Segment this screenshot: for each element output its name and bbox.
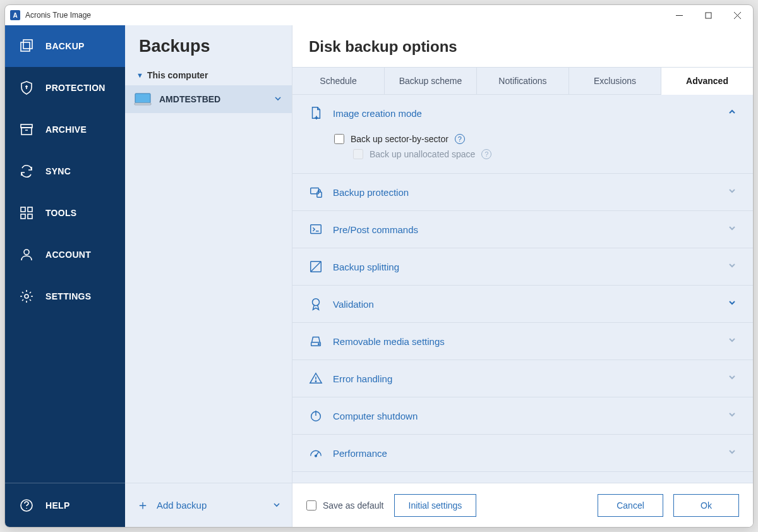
section-image-creation-mode: Image creation mode Back up sector-by-se… <box>292 95 753 174</box>
section-header-computer-shutdown[interactable]: Computer shutdown <box>292 397 753 434</box>
svg-point-27 <box>315 381 316 382</box>
section-header-removable-media[interactable]: Removable media settings <box>292 323 753 360</box>
section-label: Validation <box>333 299 374 310</box>
svg-rect-4 <box>21 42 30 51</box>
tab-schedule[interactable]: Schedule <box>292 68 385 94</box>
sidebar-item-sync[interactable]: SYNC <box>5 150 125 192</box>
svg-rect-11 <box>21 214 25 219</box>
sidebar-item-settings[interactable]: SETTINGS <box>5 275 125 317</box>
checkbox-input <box>353 149 363 159</box>
svg-rect-9 <box>21 207 25 212</box>
main-panel: Disk backup options Schedule Backup sche… <box>292 25 753 527</box>
power-icon <box>309 409 323 423</box>
tab-backup-scheme[interactable]: Backup scheme <box>385 68 477 94</box>
settings-icon <box>19 289 34 304</box>
section-removable-media-settings: Removable media settings <box>292 323 753 360</box>
help-icon[interactable]: ? <box>455 134 465 144</box>
section-label: Backup splitting <box>333 262 399 272</box>
window-minimize-button[interactable] <box>665 6 694 25</box>
sidebar-item-backup[interactable]: BACKUP <box>5 25 125 67</box>
window-maximize-button[interactable] <box>694 6 723 25</box>
add-backup-button[interactable]: ＋ Add backup <box>125 483 292 527</box>
sync-icon <box>19 164 34 179</box>
svg-rect-17 <box>135 103 151 105</box>
checkbox-label: Back up unallocated space <box>370 149 475 159</box>
backup-icon <box>19 39 34 54</box>
sidebar-item-label: ACCOUNT <box>45 250 91 260</box>
collapse-arrow-icon: ▼ <box>136 71 143 79</box>
chevron-down-icon[interactable] <box>273 500 280 511</box>
drive-icon <box>309 334 323 348</box>
window-close-button[interactable] <box>723 6 752 25</box>
section-backup-protection: Backup protection <box>292 174 753 211</box>
checkbox-input[interactable] <box>306 500 316 511</box>
checkbox-sector-by-sector[interactable]: Back up sector-by-sector ? <box>334 131 737 147</box>
chevron-up-icon <box>728 107 737 119</box>
sidebar-item-archive[interactable]: ARCHIVE <box>5 109 125 150</box>
page-title: Disk backup options <box>292 25 753 67</box>
svg-rect-19 <box>317 192 322 197</box>
svg-rect-12 <box>28 214 32 219</box>
section-label: Error handling <box>333 373 392 384</box>
options-tabs: Schedule Backup scheme Notifications Exc… <box>292 67 753 95</box>
computer-icon <box>134 93 152 106</box>
chevron-down-icon <box>728 373 737 384</box>
app-icon: A <box>10 10 20 20</box>
backup-item[interactable]: AMDTESTBED <box>125 85 292 113</box>
sidebar-item-label: PROTECTION <box>45 83 105 93</box>
svg-rect-1 <box>706 13 711 18</box>
terminal-icon <box>309 222 323 236</box>
section-computer-shutdown: Computer shutdown <box>292 397 753 435</box>
sidebar-item-label: BACKUP <box>45 41 85 51</box>
chevron-down-icon[interactable] <box>274 94 282 104</box>
archive-icon <box>19 122 34 137</box>
ok-button[interactable]: Ok <box>673 494 739 517</box>
section-header-performance[interactable]: Performance <box>292 435 753 471</box>
sidebar-item-help[interactable]: HELP <box>5 483 125 527</box>
section-label: Backup protection <box>333 187 409 198</box>
section-header-image-creation-mode[interactable]: Image creation mode <box>292 95 753 131</box>
tab-exclusions[interactable]: Exclusions <box>569 68 661 94</box>
section-validation: Validation <box>292 286 753 323</box>
chevron-down-icon <box>728 336 737 347</box>
initial-settings-button[interactable]: Initial settings <box>394 494 477 517</box>
section-header-backup-splitting[interactable]: Backup splitting <box>292 248 753 285</box>
svg-rect-7 <box>21 128 32 135</box>
section-header-pre-post-commands[interactable]: Pre/Post commands <box>292 211 753 248</box>
svg-point-23 <box>313 299 320 306</box>
backup-list-panel: Backups ▼ This computer AMDTESTBED ＋ Add… <box>125 25 292 527</box>
sidebar-item-protection[interactable]: PROTECTION <box>5 67 125 109</box>
app-title: Acronis True Image <box>25 11 91 20</box>
sidebar-item-account[interactable]: ACCOUNT <box>5 234 125 275</box>
dialog-footer: Save as default Initial settings Cancel … <box>292 483 753 527</box>
backup-item-label: AMDTESTBED <box>159 94 220 104</box>
svg-point-13 <box>24 250 29 255</box>
tab-advanced[interactable]: Advanced <box>661 68 753 95</box>
tab-notifications[interactable]: Notifications <box>477 68 569 94</box>
add-backup-label: Add backup <box>157 500 207 511</box>
sidebar-item-label: TOOLS <box>45 208 76 218</box>
backup-group-this-computer[interactable]: ▼ This computer <box>125 65 292 85</box>
svg-rect-10 <box>28 207 32 212</box>
backup-group-label: This computer <box>147 70 208 80</box>
section-pre-post-commands: Pre/Post commands <box>292 211 753 248</box>
section-header-backup-protection[interactable]: Backup protection <box>292 174 753 210</box>
svg-rect-5 <box>23 40 32 49</box>
chevron-down-icon <box>728 447 737 459</box>
sidebar-item-label: ARCHIVE <box>45 124 87 135</box>
chevron-down-icon <box>728 410 737 421</box>
svg-rect-16 <box>135 94 150 103</box>
checkbox-label: Save as default <box>323 500 384 511</box>
chevron-down-icon <box>728 298 737 310</box>
ribbon-icon <box>309 297 323 311</box>
section-header-error-handling[interactable]: Error handling <box>292 360 753 397</box>
sidebar-item-tools[interactable]: TOOLS <box>5 192 125 234</box>
save-as-default-checkbox[interactable]: Save as default <box>306 498 384 513</box>
section-header-validation[interactable]: Validation <box>292 286 753 322</box>
backup-list-title: Backups <box>139 37 278 56</box>
svg-line-22 <box>311 262 322 272</box>
cancel-button[interactable]: Cancel <box>598 494 663 517</box>
chevron-down-icon <box>728 224 737 235</box>
checkbox-input[interactable] <box>334 134 344 144</box>
document-plus-icon <box>309 106 323 120</box>
